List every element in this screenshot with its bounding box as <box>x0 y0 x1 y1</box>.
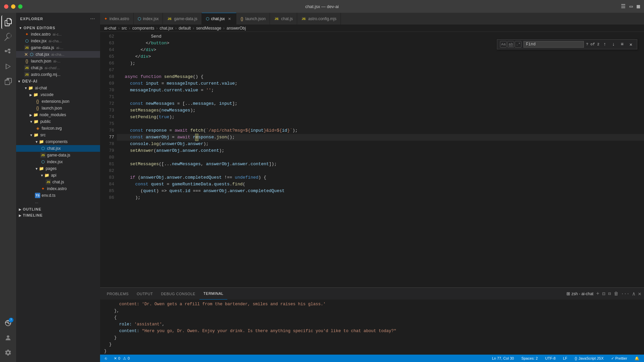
terminal-line-6: } <box>104 334 640 341</box>
panel-close-icon[interactable]: ✕ <box>638 290 641 297</box>
maximize-button[interactable] <box>18 4 22 9</box>
panel-tab-problems[interactable]: PROBLEMS <box>103 288 133 300</box>
find-prev-icon[interactable]: ↑ <box>601 41 608 48</box>
timeline-header[interactable]: ▶ TIMELINE <box>16 212 100 218</box>
tree-folder-components[interactable]: ▼ 📁 components <box>16 138 100 145</box>
account-icon[interactable] <box>1 331 15 345</box>
more-actions-icon[interactable]: ··· <box>89 15 96 22</box>
match-case-option[interactable]: Aa <box>500 41 507 48</box>
tab-label: game-data.js <box>174 16 197 21</box>
tab-launch-json[interactable]: {} launch.json <box>236 13 270 25</box>
panel-tab-output[interactable]: OUTPUT <box>133 288 157 300</box>
terminal-content[interactable]: content: 'Dr. Owen gets a refill from th… <box>100 300 644 355</box>
line-num-72: 72 <box>103 100 114 107</box>
tab-chat-js[interactable]: JS chat.js <box>270 13 297 25</box>
tree-file-game-data[interactable]: JS game-data.js <box>16 152 100 159</box>
status-notification[interactable]: 🔔 <box>633 355 641 362</box>
tree-folder-public[interactable]: ▼ 📁 public <box>16 118 100 125</box>
open-editor-astro-config[interactable]: JS astro.config.mj... <box>16 71 100 78</box>
file-name: game-data.js <box>47 153 70 157</box>
panel-tab-terminal[interactable]: TERMINAL <box>199 288 228 300</box>
panel-tab-debug-console[interactable]: DEBUG CONSOLE <box>157 288 199 300</box>
breadcrumb-default[interactable]: default <box>179 26 191 31</box>
settings-icon[interactable] <box>1 346 15 359</box>
tree-folder-vscode[interactable]: ▶ 📁 .vscode <box>16 91 100 98</box>
tab-close-icon[interactable]: ✕ <box>227 16 232 21</box>
delete-terminal-icon[interactable]: 🗑 <box>614 291 618 297</box>
terminal-layout-icon[interactable]: ⊟ <box>608 291 611 297</box>
notification-badge: 7 <box>9 318 13 322</box>
status-errors[interactable]: ✕ 0 ⚠ 0 <box>112 355 132 362</box>
more-terminal-icon[interactable]: ··· <box>621 291 630 297</box>
breadcrumb-answerobj[interactable]: answerObj <box>227 26 246 31</box>
extensions-icon[interactable] <box>1 75 15 88</box>
breadcrumb-sendmessage[interactable]: sendMessage <box>196 26 221 31</box>
tab-chat-jsx[interactable]: ⬡ chat.jsx ✕ <box>202 13 237 25</box>
tree-more[interactable]: ... <box>16 199 100 205</box>
minimize-button[interactable] <box>11 4 15 9</box>
tab-index-jsx[interactable]: ⬡ index.jsx <box>134 13 163 25</box>
code-editor[interactable]: Send </button> </div> </div> ); async fu… <box>117 32 644 287</box>
activity-bottom: 7 <box>1 316 15 362</box>
find-close-icon[interactable]: ✕ <box>628 41 634 48</box>
open-editor-index-jsx[interactable]: ⬡ index.jsx ai-cha... <box>16 38 100 44</box>
status-prettier[interactable]: ✓ Prettier <box>609 355 629 362</box>
outline-header[interactable]: ▶ OUTLINE <box>16 206 100 212</box>
tab-index-astro[interactable]: ✦ index.astro <box>100 13 134 25</box>
breadcrumb-components[interactable]: components <box>132 26 154 31</box>
tree-file-favicon[interactable]: ◈ favicon.svg <box>16 125 100 132</box>
status-line-endings[interactable]: LF <box>561 355 569 362</box>
tab-icon: {} <box>240 16 243 21</box>
tree-folder-api[interactable]: ▼ 📁 api <box>16 172 100 179</box>
tree-file-launch-json[interactable]: {} launch.json <box>16 105 100 111</box>
open-editor-index-astro[interactable]: ✦ index.astro ai-c... <box>16 31 100 38</box>
breadcrumb-src[interactable]: src <box>122 26 127 31</box>
window-controls[interactable] <box>4 4 22 9</box>
tree-file-chat-jsx[interactable]: ⬡ chat.jsx <box>16 145 100 152</box>
source-control-icon[interactable] <box>1 45 15 58</box>
breadcrumb-ai-chat[interactable]: ai-chat <box>104 26 116 31</box>
new-terminal-icon[interactable]: + <box>596 291 599 297</box>
open-editor-launch-json[interactable]: {} launch.json ai-... <box>16 58 100 64</box>
close-button[interactable] <box>4 4 8 9</box>
tree-file-env-dts[interactable]: TS env.d.ts <box>16 192 100 199</box>
find-list-icon[interactable]: ≡ <box>619 41 626 48</box>
status-encoding[interactable]: UTF-8 <box>543 355 558 362</box>
tree-file-chat-js[interactable]: JS chat.js <box>16 179 100 185</box>
sidebar-toggle-icon[interactable]: ☰ <box>621 3 626 10</box>
tree-folder-pages[interactable]: ▼ 📁 pages <box>16 165 100 172</box>
run-icon[interactable] <box>1 60 15 73</box>
open-editors-header[interactable]: ▼ Open Editors <box>16 25 100 31</box>
status-language[interactable]: {} JavaScript JSX <box>573 355 606 362</box>
dev-ai-header[interactable]: ▼ DEV-AI <box>16 78 100 85</box>
tab-astro-config[interactable]: JS astro.config.mjs <box>297 13 341 25</box>
regex-option[interactable]: .* <box>515 41 521 48</box>
tree-folder-ai-chat[interactable]: ▼ 📁 ai-chat <box>16 85 100 91</box>
line-num-69: 69 <box>103 80 114 87</box>
whole-word-option[interactable]: ab <box>507 41 514 48</box>
layout-icon[interactable]: ▭ <box>630 3 633 10</box>
tree-folder-node-modules[interactable]: ▶ 📁 node_modules <box>16 111 100 118</box>
panel-up-icon[interactable]: ∧ <box>632 290 636 297</box>
breadcrumb-chat-jsx[interactable]: chat.jsx <box>159 26 173 31</box>
tree-file-index-jsx[interactable]: ⬡ index.jsx <box>16 159 100 165</box>
remote-icon[interactable]: 7 <box>1 316 15 330</box>
js-file-icon: JS <box>24 65 30 71</box>
split-terminal-icon[interactable]: ⧈ <box>602 290 605 297</box>
open-editor-game-data[interactable]: JS game-data.js ai-... <box>16 44 100 51</box>
tree-folder-src[interactable]: ▼ 📁 src <box>16 132 100 138</box>
tab-game-data-js[interactable]: JS game-data.js <box>163 13 201 25</box>
status-remote[interactable]: ⎋ <box>103 355 109 362</box>
tree-file-extensions-json[interactable]: {} extensions.json <box>16 98 100 105</box>
explorer-icon[interactable] <box>1 15 15 29</box>
editor-content[interactable]: 62 63 64 65 66 67 68 69 70 71 72 73 74 7… <box>100 32 644 287</box>
split-icon[interactable]: ▦ <box>637 3 640 10</box>
find-next-icon[interactable]: ↓ <box>610 41 617 48</box>
search-icon[interactable] <box>1 30 15 44</box>
find-input[interactable] <box>523 41 584 48</box>
tree-file-index-astro[interactable]: ✦ index.astro <box>16 185 100 192</box>
open-editor-chat-jsx[interactable]: ✕ ⬡ chat.jsx ai-cha... <box>16 51 100 58</box>
status-position[interactable]: Ln 77, Col 30 <box>490 355 516 362</box>
open-editor-chat-js[interactable]: JS chat.js ai-chat/... <box>16 64 100 71</box>
status-spaces[interactable]: Spaces: 2 <box>519 355 540 362</box>
